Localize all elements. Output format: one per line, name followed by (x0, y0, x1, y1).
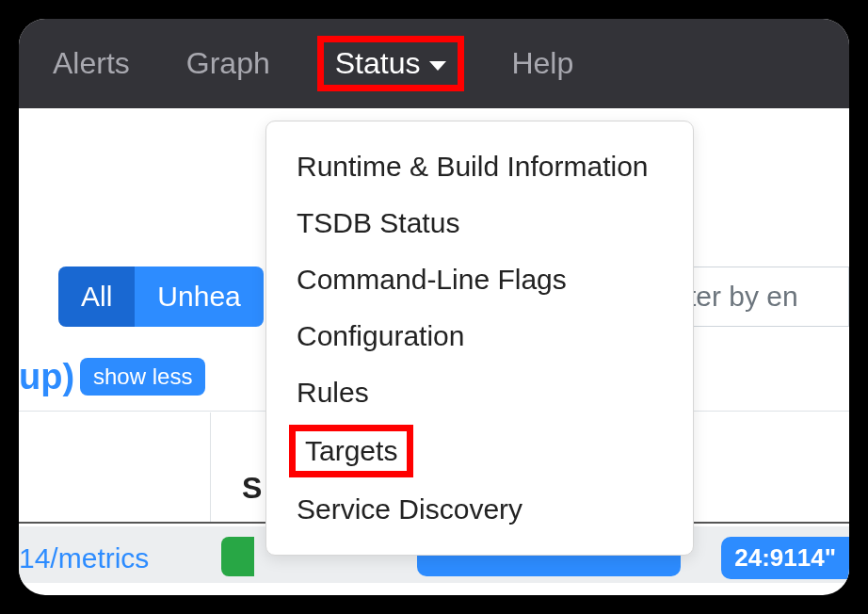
nav-status-highlight: Status (317, 36, 465, 91)
endpoint-link[interactable]: 14/metrics (19, 542, 149, 574)
filter-all-button[interactable]: All (58, 267, 135, 327)
filter-endpoint-input[interactable]: ter by en (680, 267, 849, 327)
label-badge: 24:9114" (721, 537, 849, 579)
navbar: Alerts Graph Status Help (19, 19, 849, 108)
nav-help[interactable]: Help (502, 40, 583, 87)
dropdown-config[interactable]: Configuration (266, 308, 693, 364)
targets-highlight: Targets (289, 425, 413, 477)
dropdown-cmdflags[interactable]: Command-Line Flags (266, 251, 693, 308)
dropdown-runtime[interactable]: Runtime & Build Information (266, 138, 693, 195)
filter-unhealthy-button[interactable]: Unhea (135, 267, 263, 327)
dropdown-targets-wrapper: Targets (266, 421, 693, 481)
status-dropdown: Runtime & Build Information TSDB Status … (265, 121, 694, 556)
nav-graph[interactable]: Graph (177, 40, 280, 87)
nav-status[interactable]: Status (335, 46, 421, 81)
caret-down-icon (429, 61, 446, 71)
show-less-button[interactable]: show less (80, 358, 205, 396)
status-up-text: up) (19, 357, 74, 397)
dropdown-tsdb[interactable]: TSDB Status (266, 195, 693, 251)
dropdown-service-discovery[interactable]: Service Discovery (266, 481, 693, 538)
app-window: Alerts Graph Status Help Runtime & Build… (19, 19, 849, 595)
filter-button-group: All Unhea (58, 267, 264, 327)
table-header-s: S (242, 471, 262, 506)
dropdown-rules[interactable]: Rules (266, 364, 693, 421)
nav-alerts[interactable]: Alerts (43, 40, 139, 87)
status-badge-green (221, 537, 254, 576)
dropdown-targets[interactable]: Targets (305, 435, 397, 466)
col-divider (210, 412, 211, 524)
